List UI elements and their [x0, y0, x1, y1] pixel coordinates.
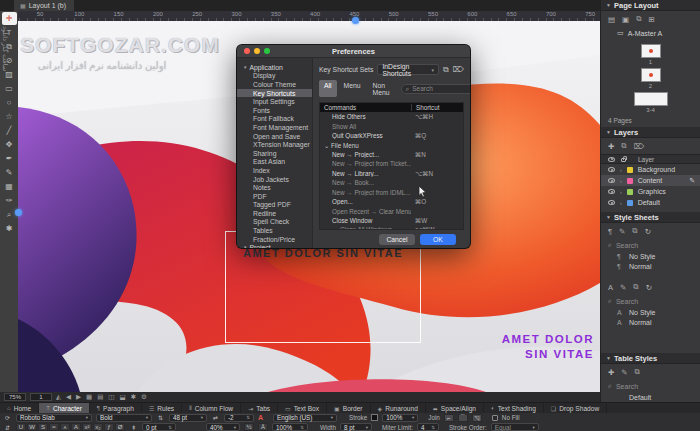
character-style-search-input[interactable] [616, 298, 686, 305]
status-view-icon[interactable]: ✱ [131, 393, 136, 401]
guide-marker-left[interactable] [15, 209, 22, 216]
type-style-toggle[interactable]: x₂ [93, 423, 103, 431]
shortcut-set-select[interactable]: InDesign Shortcuts ▾ [377, 64, 439, 75]
sidebar-item-key-shortcuts[interactable]: Key Shortcuts [237, 89, 312, 98]
paragraph-style-search-input[interactable] [616, 242, 686, 249]
page-layout-tool-icon[interactable]: ⊞ [649, 15, 655, 24]
bevel-join-button[interactable]: ◹ [472, 414, 482, 422]
table-styles-tool-icon[interactable]: ✎ [621, 368, 627, 377]
visibility-eye-icon[interactable] [608, 200, 615, 205]
border-width-field[interactable]: 8 pt▾ [340, 423, 372, 431]
filter-tab-all[interactable]: All [319, 80, 337, 97]
page-thumbnail-1[interactable] [641, 44, 661, 58]
command-search-input[interactable] [412, 85, 470, 92]
type-style-toggle[interactable]: A [71, 423, 81, 431]
paragraph-styles-tool-icon[interactable]: ↻ [645, 227, 651, 236]
type-style-toggle[interactable]: ≈ [49, 423, 59, 431]
style-sheets-panel-header[interactable]: ▼ Style Sheets [601, 212, 700, 223]
type-style-toggle[interactable]: ᴀ [60, 423, 70, 431]
stroke-color-swatch[interactable] [371, 414, 378, 421]
palette-tab-runaround[interactable]: ◈Runaround [371, 403, 426, 413]
shortcut-column-header[interactable]: Shortcut [411, 104, 463, 111]
canvas-heading-text[interactable]: AMET DOLOR SIN VITAE [228, 247, 418, 259]
sidebar-group[interactable]: ▼Project [237, 243, 312, 248]
table-style-search[interactable]: ⌕ [601, 380, 700, 392]
character-styles-tool-icon[interactable]: A [608, 283, 613, 292]
commands-column-header[interactable]: Commands [320, 104, 411, 111]
font-family-select[interactable]: Roboto Slab▾ [16, 414, 92, 422]
oval-box-tool[interactable]: ○ [2, 96, 17, 109]
table-styles-panel-header[interactable]: ▼ Table Styles [601, 353, 700, 364]
command-search-box[interactable]: ⌕ [401, 84, 470, 94]
master-page-item[interactable]: ▭ A-Master A [601, 27, 700, 39]
sidebar-item-redline[interactable]: Redline [237, 209, 312, 218]
command-row[interactable]: New → Project from IDML... [320, 188, 463, 197]
rectangle-box-tool[interactable]: ▭ [2, 82, 17, 95]
miter-join-button[interactable]: ⌐ [444, 414, 454, 422]
sidebar-item-tagged-pdf[interactable]: Tagged PDF [237, 201, 312, 210]
character-styles-tool-icon[interactable]: ⧉ [633, 282, 638, 292]
baseline-icon[interactable]: ⇵ [3, 423, 12, 431]
page-thumbnail-spread[interactable] [634, 92, 668, 106]
command-row[interactable]: Hide Others⌥⌘H [320, 112, 463, 121]
item-tool[interactable]: ✛ [2, 12, 17, 25]
character-style-item[interactable]: ANo Style [601, 307, 700, 317]
layers-tool-icon[interactable]: ✚ [608, 142, 614, 151]
command-row[interactable]: New → Book... [320, 178, 463, 187]
paragraph-style-item[interactable]: ¶No Style [601, 251, 700, 261]
sidebar-item-colour-theme[interactable]: Colour Theme [237, 80, 312, 89]
zoom-tool[interactable]: ⌕ [2, 208, 17, 221]
palette-tab-text-box[interactable]: ▭Text Box [278, 403, 327, 413]
type-style-toggle[interactable]: ƒ [104, 423, 114, 431]
paragraph-style-item[interactable]: ¶Normal [601, 261, 700, 271]
command-row[interactable]: New → Project from Ticket... [320, 159, 463, 168]
palette-tab-home[interactable]: ⌂Home [0, 403, 39, 413]
paragraph-style-search[interactable]: ⌕ [601, 239, 700, 251]
character-styles-tool-icon[interactable]: ✎ [620, 283, 626, 292]
command-row[interactable]: Open Recent → Clear Menu [320, 206, 463, 215]
sidebar-item-east-asian[interactable]: East Asian [237, 158, 312, 167]
type-style-toggle[interactable]: x² [82, 423, 92, 431]
palette-tab-column-flow[interactable]: ⫴Column Flow [182, 403, 241, 413]
sidebar-item-notes[interactable]: Notes [237, 183, 312, 192]
page-layout-panel-header[interactable]: ▼ Page Layout [601, 0, 700, 11]
visibility-eye-icon[interactable] [608, 167, 615, 172]
bezier-pen-tool[interactable]: ✒ [2, 152, 17, 165]
paragraph-styles-tool-icon[interactable]: ⧉ [632, 226, 637, 236]
page-number-field[interactable]: 1 [30, 393, 52, 401]
character-style-search[interactable]: ⌕ [601, 295, 700, 307]
freehand-line-tool[interactable]: ✎ [2, 166, 17, 179]
command-row[interactable]: ⌄ File Menu [320, 140, 463, 149]
dialog-title-bar[interactable]: Preferences [237, 45, 470, 58]
layers-tool-icon[interactable]: ⌦ [634, 142, 645, 151]
font-style-select[interactable]: Bold▾ [96, 414, 152, 422]
sidebar-item-fonts[interactable]: Fonts [237, 106, 312, 115]
delete-set-icon[interactable]: ⌦ [453, 65, 464, 74]
command-row[interactable]: New → Project...⌘N [320, 150, 463, 159]
status-view-icon[interactable]: ◀ [66, 393, 71, 401]
overline-button[interactable]: Ā [258, 423, 268, 431]
sidebar-item-font-management[interactable]: Font Management [237, 123, 312, 132]
layer-row[interactable]: ›Content✎ [601, 175, 700, 186]
sidebar-item-font-fallback[interactable]: Font Fallback [237, 115, 312, 124]
canvas-corner-text[interactable]: AMET DOLOR SIN VITAE [502, 332, 594, 362]
guide-marker-top[interactable] [352, 17, 359, 24]
duplicate-set-icon[interactable]: ⧉ [443, 65, 449, 75]
sidebar-item-index[interactable]: Index [237, 166, 312, 175]
sidebar-item-display[interactable]: Display [237, 72, 312, 81]
type-style-toggle[interactable]: W [27, 423, 37, 431]
palette-tab-drop-shadow[interactable]: ❏Drop Shadow [544, 403, 607, 413]
eyedropper-tool[interactable]: ✑ [2, 194, 17, 207]
starburst-tool[interactable]: ☆ [2, 110, 17, 123]
sidebar-item-open-and-save[interactable]: Open and Save [237, 132, 312, 141]
table-style-search-input[interactable] [616, 383, 686, 390]
status-view-icon[interactable]: ⬓ [119, 393, 125, 401]
stroke-opacity-select[interactable]: 100%▾ [382, 414, 418, 422]
palette-tab-space-align[interactable]: ⬌Space/Align [426, 403, 484, 413]
status-view-icon[interactable]: ◭ [56, 393, 61, 401]
round-join-button[interactable]: ⌒ [458, 414, 468, 422]
status-view-icon[interactable]: ▶ [76, 393, 81, 401]
status-view-icon[interactable]: ▦ [86, 393, 92, 401]
palette-tab-tabs[interactable]: ⇥Tabs [241, 403, 278, 413]
command-row[interactable]: New → Library...⌥⌘N [320, 169, 463, 178]
